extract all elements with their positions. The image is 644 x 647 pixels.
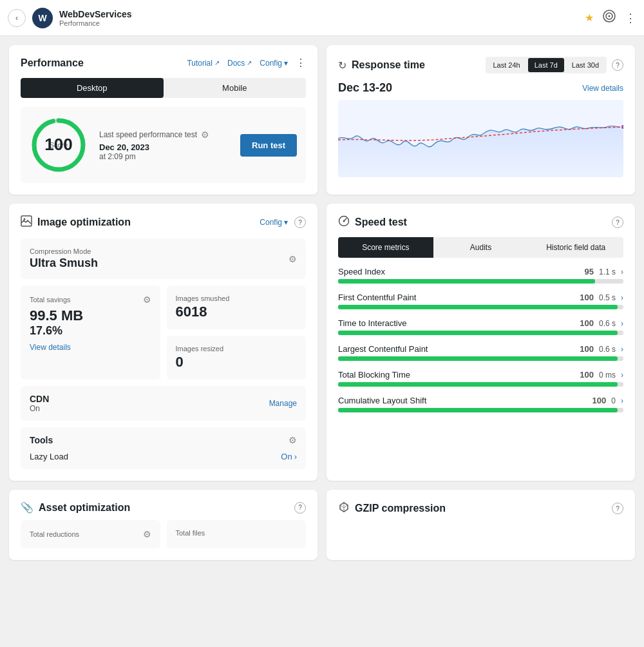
bar-fill-5 — [338, 408, 618, 412]
metric-top-4: Total Blocking Time 100 0 ms › — [338, 370, 623, 380]
view-details-link[interactable]: View details — [30, 343, 151, 352]
lazy-load-label: Lazy Load — [30, 452, 68, 461]
metric-score-5: 100 — [592, 396, 607, 405]
compression-settings-icon[interactable]: ⚙ — [289, 254, 297, 264]
chevron-down-icon: ▾ — [284, 218, 288, 227]
rt-view-details[interactable]: View details — [582, 84, 623, 93]
star-icon[interactable]: ★ — [585, 12, 594, 24]
lazy-load-value[interactable]: On › — [281, 452, 297, 461]
metric-top-5: Cumulative Layout Shift 100 0 › — [338, 396, 623, 405]
compress-icon — [338, 501, 350, 516]
docs-link[interactable]: Docs ↗ — [227, 59, 252, 68]
help-icon[interactable]: ? — [294, 217, 306, 228]
perf-title: Performance — [21, 57, 84, 69]
paperclip-icon: 📎 — [21, 501, 33, 514]
metric-row: Largest Contentful Paint 100 0.6 s › — [338, 344, 623, 361]
tab-24h[interactable]: Last 24h — [487, 58, 527, 72]
speedometer-icon — [338, 215, 350, 229]
metric-top-3: Largest Contentful Paint 100 0.6 s › — [338, 344, 623, 354]
asset-optimization-card: 📎 Asset optimization ? Total reductions … — [9, 490, 317, 560]
total-files-label: Total files — [176, 529, 205, 537]
settings-icon[interactable]: ⚙ — [201, 130, 209, 140]
metric-chevron-icon-0[interactable]: › — [621, 267, 623, 276]
mobile-tab[interactable]: Mobile — [164, 78, 307, 98]
img-opt-title: Image optimization — [37, 217, 131, 228]
perf-links: Tutorial ↗ Docs ↗ Config ▾ ⋮ — [187, 57, 306, 69]
tab-30d[interactable]: Last 30d — [565, 58, 605, 72]
bar-fill-2 — [338, 331, 618, 335]
metric-chevron-icon-1[interactable]: › — [621, 293, 623, 302]
response-time-chart — [338, 100, 623, 177]
tools-title: Tools — [30, 435, 53, 445]
score-number: 100 — [44, 136, 72, 153]
score-time: at 2:09 pm — [99, 152, 229, 161]
external-link-icon: ↗ — [247, 59, 252, 66]
tab-score-metrics[interactable]: Score metrics — [338, 237, 433, 258]
metric-chevron-icon-2[interactable]: › — [621, 319, 623, 328]
images-smushed-value: 6018 — [176, 304, 298, 320]
metric-score-0: 95 — [585, 267, 594, 276]
desktop-tab[interactable]: Desktop — [21, 78, 164, 98]
images-smushed-box: Images smushed 6018 — [167, 285, 307, 329]
bar-fill-3 — [338, 356, 618, 361]
score-info: Last speed performance test ⚙ Dec 20, 20… — [99, 130, 229, 161]
cdn-manage-link[interactable]: Manage — [269, 399, 297, 408]
external-link-icon: ↗ — [214, 59, 220, 66]
cdn-label: CDN — [30, 394, 49, 404]
metric-score-3: 100 — [580, 344, 594, 354]
site-name: WebDevServices — [59, 9, 585, 19]
cdn-status: On — [30, 404, 49, 413]
device-toggle: Desktop Mobile — [21, 78, 306, 98]
back-button[interactable]: ‹ — [8, 9, 26, 27]
savings-pct: 17.6% — [30, 324, 151, 338]
help-icon[interactable]: ? — [612, 217, 623, 228]
metric-name-1: First Contentful Paint — [338, 293, 416, 302]
wordpress-icon[interactable] — [603, 10, 616, 26]
tab-7d[interactable]: Last 7d — [528, 58, 564, 72]
savings-settings-icon[interactable]: ⚙ — [143, 295, 151, 305]
img-config-dropdown[interactable]: Config ▾ — [260, 218, 288, 227]
more-menu-icon[interactable]: ⋮ — [625, 11, 636, 25]
tab-historic[interactable]: Historic field data — [528, 237, 623, 258]
bar-track-0 — [338, 279, 623, 284]
tab-audits[interactable]: Audits — [433, 237, 529, 258]
reductions-settings-icon[interactable]: ⚙ — [143, 529, 151, 539]
metric-name-2: Time to Interactive — [338, 318, 406, 328]
compression-value: Ultra Smush — [30, 256, 98, 270]
images-resized-value: 0 — [176, 354, 298, 371]
help-icon[interactable]: ? — [612, 59, 623, 71]
svg-point-2 — [609, 15, 611, 17]
help-icon[interactable]: ? — [612, 503, 623, 514]
topbar: ‹ W WebDevServices Performance ★ ⋮ — [0, 0, 644, 36]
total-savings-label: Total savings — [30, 296, 71, 304]
metric-row: Speed Index 95 1.1 s › — [338, 267, 623, 284]
config-dropdown[interactable]: Config ▾ — [260, 59, 288, 68]
metric-chevron-icon-4[interactable]: › — [621, 371, 623, 380]
total-reductions-label: Total reductions — [30, 530, 79, 538]
metric-name-3: Largest Contentful Paint — [338, 344, 428, 354]
speed-title: Speed test — [355, 217, 612, 228]
metric-time-0: 1.1 s — [599, 267, 616, 276]
total-reductions-box: Total reductions ⚙ — [21, 520, 160, 548]
tutorial-link[interactable]: Tutorial ↗ — [187, 59, 220, 68]
last-speed-label: Last speed performance test — [99, 130, 197, 139]
tools-settings-icon[interactable]: ⚙ — [289, 435, 297, 445]
more-options-icon[interactable]: ⋮ — [296, 57, 306, 69]
lazy-load-row: Lazy Load On › — [30, 452, 297, 461]
metric-score-2: 100 — [580, 318, 594, 328]
asset-title: Asset optimization — [39, 502, 294, 514]
rt-title: Response time — [352, 59, 486, 71]
main-content: Performance Tutorial ↗ Docs ↗ Config ▾ ⋮… — [0, 36, 644, 569]
run-test-button[interactable]: Run test — [240, 134, 297, 157]
bar-track-3 — [338, 356, 623, 361]
back-icon: ‹ — [15, 14, 18, 23]
bar-track-2 — [338, 331, 623, 335]
metric-chevron-icon-3[interactable]: › — [621, 345, 623, 354]
gzip-card: GZIP compression ? — [327, 490, 635, 560]
metric-score-4: 100 — [580, 370, 594, 380]
bar-track-5 — [338, 408, 623, 412]
savings-mb: 99.5 MB — [30, 307, 151, 324]
help-icon[interactable]: ? — [294, 502, 306, 514]
metric-chevron-icon-5[interactable]: › — [621, 396, 623, 405]
topbar-actions: ★ ⋮ — [585, 10, 636, 26]
